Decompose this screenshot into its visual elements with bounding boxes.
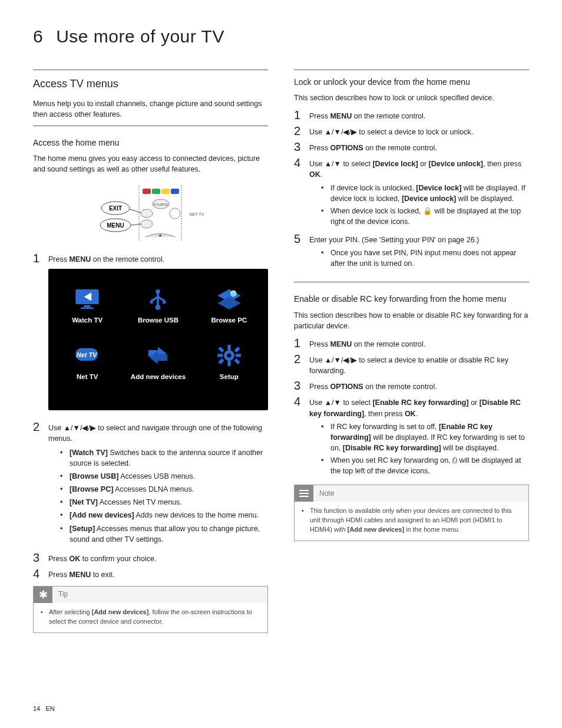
rc-step-1: Press MENU on the remote control.	[309, 337, 529, 350]
step-number: 2	[33, 421, 48, 433]
opt-net: [Net TV] Accesses Net TV menus.	[60, 497, 268, 508]
svg-rect-31	[234, 347, 240, 353]
subsection-lock-device: Lock or unlock your device from the home…	[294, 76, 529, 88]
note-label: Note	[319, 489, 334, 499]
note-icon	[295, 485, 313, 502]
menu-label: MENU	[107, 222, 124, 229]
svg-rect-17	[81, 307, 94, 309]
step-number: 3	[294, 141, 309, 153]
svg-rect-29	[236, 354, 241, 357]
tile-browse-pc: Browse PC	[196, 277, 262, 325]
lock-step-5: Enter your PIN. (See 'Setting your PIN' …	[309, 233, 529, 271]
svg-rect-3	[152, 189, 160, 194]
svg-rect-4	[161, 189, 170, 194]
right-column: Lock or unlock your device from the home…	[294, 70, 529, 633]
step-number: 2	[294, 353, 309, 365]
remote-illustration: SOURCE ▲ EXIT MENU NET TV	[86, 180, 216, 245]
intro-text: Menus help you to install channels, chan…	[33, 98, 268, 120]
step-4: Press MENU to exit.	[48, 568, 268, 580]
svg-rect-37	[299, 496, 309, 497]
step-number: 4	[294, 396, 309, 407]
lock-step-2: Use ▲/▼/◀/▶ to select a device to lock o…	[309, 125, 529, 137]
note-text: This function is available only when you…	[302, 506, 521, 535]
exit-label: EXIT	[108, 205, 121, 212]
rc-desc: This section describes how to enable or …	[294, 310, 529, 331]
step-number: 3	[294, 380, 309, 391]
step-3: Press OK to confirm your choice.	[48, 552, 268, 564]
svg-point-34	[227, 353, 231, 357]
svg-rect-16	[84, 305, 91, 308]
svg-rect-33	[234, 358, 240, 364]
chapter-title: 6Use more of your TV	[33, 24, 529, 50]
home-menu-desc: The home menu gives you easy access to c…	[33, 153, 268, 174]
chapter-title-text: Use more of your TV	[56, 27, 224, 46]
step-number: 1	[294, 109, 309, 121]
step-2: Use ▲/▼/◀/▶ to select and navigate throu…	[48, 421, 268, 548]
step-number: 4	[294, 157, 309, 169]
svg-rect-20	[163, 301, 166, 304]
tile-label: Add new devices	[131, 372, 186, 382]
svg-rect-26	[227, 345, 230, 350]
opt-watch: [Watch TV] Switches back to the antenna …	[60, 447, 268, 469]
tile-add-devices: Add new devices	[125, 334, 191, 382]
svg-text:▲: ▲	[158, 232, 163, 238]
step-number: 2	[294, 125, 309, 137]
svg-rect-27	[227, 361, 230, 366]
svg-line-12	[130, 209, 141, 213]
tile-label: Setup	[220, 372, 239, 382]
svg-point-19	[150, 301, 153, 304]
tile-net-tv: Net TV Net TV	[54, 334, 120, 382]
svg-point-21	[156, 305, 161, 310]
section-access-tv-menus: Access TV menus	[33, 76, 268, 91]
tip-icon: ✱	[34, 587, 52, 603]
lock-step-1: Press MENU on the remote control.	[309, 109, 529, 121]
step-number: 4	[33, 568, 48, 579]
opt-setup: [Setup] Accesses menus that allow you to…	[60, 523, 268, 545]
subsection-access-home-menu: Access the home menu	[33, 137, 268, 149]
step-1: Press MENU on the remote control. Watch …	[48, 252, 268, 417]
rc-step-4: Use ▲/▼ to select [Enable RC key forward…	[309, 396, 529, 479]
svg-point-9	[141, 220, 153, 228]
nettv-label: NET TV	[189, 212, 204, 216]
step-number: 3	[33, 552, 48, 564]
tile-label: Watch TV	[72, 315, 103, 325]
svg-rect-35	[299, 490, 309, 491]
svg-point-6	[141, 209, 153, 218]
svg-rect-2	[143, 189, 151, 194]
opt-pc: [Browse PC] Accesses DLNA menus.	[60, 484, 268, 495]
svg-text:Net TV: Net TV	[77, 351, 97, 358]
svg-rect-32	[218, 358, 224, 364]
chapter-number: 6	[33, 27, 43, 46]
subsection-rc-forwarding: Enable or disable RC key forwarding from…	[294, 293, 529, 305]
tile-label: Browse USB	[138, 315, 178, 325]
svg-point-22	[230, 290, 237, 297]
left-column: Access TV menus Menus help you to instal…	[33, 70, 268, 633]
source-btn-label: SOURCE	[153, 203, 168, 206]
rc-sub-2: When you set RC key forwarding on, ⎙ wil…	[321, 455, 529, 476]
step-number: 1	[33, 252, 48, 264]
opt-add: [Add new devices] Adds new devices to th…	[60, 510, 268, 521]
svg-rect-28	[217, 354, 223, 357]
opt-usb: [Browse USB] Accesses USB menus.	[60, 471, 268, 482]
tile-label: Browse PC	[211, 315, 247, 325]
step-number: 1	[294, 337, 309, 349]
svg-point-8	[170, 208, 180, 219]
lock-desc: This section describes how to lock or un…	[294, 93, 529, 103]
lock-sub-1: If device lock is unlocked, [Device lock…	[321, 183, 529, 204]
svg-rect-30	[218, 347, 224, 353]
lock-step-3: Press OPTIONS on the remote control.	[309, 141, 529, 153]
tip-callout: ✱ Tip After selecting [Add new devices],…	[33, 586, 268, 633]
tile-watch-tv: Watch TV	[54, 277, 120, 325]
rc-sub-1: If RC key forwarding is set to off, [Ena…	[321, 421, 529, 453]
tip-text: After selecting [Add new devices], follo…	[41, 608, 260, 627]
rc-step-2: Use ▲/▼/◀/▶ to select a device to enable…	[309, 353, 529, 376]
step-number: 5	[294, 233, 309, 245]
lock-sub-2: When device lock is locked, 🔒 will be di…	[321, 206, 529, 227]
rc-step-3: Press OPTIONS on the remote control.	[309, 380, 529, 392]
lock-step-4: Use ▲/▼ to select [Device lock] or [Devi…	[309, 157, 529, 229]
tip-label: Tip	[58, 589, 68, 599]
home-menu-screenshot: Watch TV Browse USB Browse PC Net TV	[48, 269, 268, 410]
svg-rect-5	[171, 189, 179, 194]
lock-sub-pin: Once you have set PIN, PIN input menu do…	[321, 248, 529, 269]
svg-line-14	[131, 224, 141, 225]
